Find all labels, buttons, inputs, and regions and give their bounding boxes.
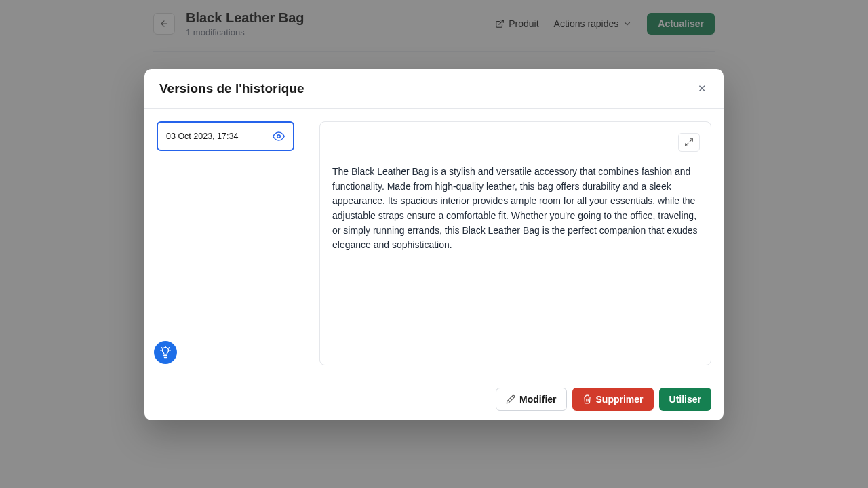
content-card: The Black Leather Bag is a stylish and v…	[319, 121, 711, 365]
version-content-text: The Black Leather Bag is a stylish and v…	[332, 165, 698, 253]
expand-button[interactable]	[678, 133, 700, 152]
help-fab[interactable]	[154, 341, 177, 364]
delete-label: Supprimer	[596, 394, 644, 405]
svg-point-2	[277, 135, 281, 138]
svg-line-7	[169, 348, 170, 348]
close-icon: ✕	[698, 83, 707, 95]
use-label: Utiliser	[669, 394, 701, 405]
svg-line-8	[690, 139, 692, 142]
modal-overlay[interactable]: Versions de l'historique ✕ 03 Oct 2023, …	[0, 0, 868, 488]
lightbulb-icon	[159, 346, 172, 359]
use-button[interactable]: Utiliser	[659, 388, 711, 411]
close-button[interactable]: ✕	[695, 82, 709, 96]
delete-button[interactable]: Supprimer	[572, 388, 654, 411]
version-item[interactable]: 03 Oct 2023, 17:34	[157, 121, 294, 151]
versions-pane: 03 Oct 2023, 17:34	[157, 121, 307, 365]
modify-label: Modifier	[519, 394, 556, 405]
content-divider	[332, 155, 698, 155]
modify-button[interactable]: Modifier	[496, 388, 566, 411]
pencil-icon	[506, 394, 515, 404]
eye-icon	[273, 130, 285, 142]
svg-line-9	[686, 143, 688, 146]
modal-title: Versions de l'historique	[159, 81, 304, 96]
modal-body: 03 Oct 2023, 17:34 The Black Leather Bag…	[144, 109, 724, 378]
modal-header: Versions de l'historique ✕	[144, 69, 724, 109]
trash-icon	[583, 394, 592, 404]
history-modal: Versions de l'historique ✕ 03 Oct 2023, …	[144, 69, 724, 420]
svg-line-6	[161, 348, 162, 348]
content-pane: The Black Leather Bag is a stylish and v…	[307, 121, 711, 365]
modal-footer: Modifier Supprimer Utiliser	[144, 378, 724, 420]
version-date: 03 Oct 2023, 17:34	[166, 131, 238, 141]
expand-icon	[684, 138, 694, 147]
